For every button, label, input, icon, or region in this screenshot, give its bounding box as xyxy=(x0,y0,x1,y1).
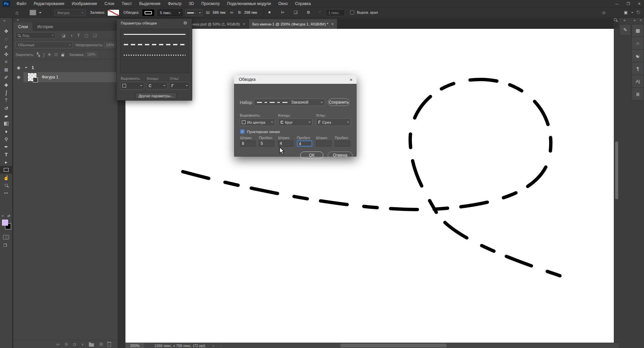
canvas[interactable] xyxy=(125,29,614,343)
status-prev-icon[interactable]: ‹ xyxy=(220,344,221,348)
swap-colors-icon[interactable]: ⇄ xyxy=(7,214,10,218)
dash3-input[interactable] xyxy=(316,140,331,147)
restore-button[interactable]: ❐ xyxy=(627,2,630,6)
adjustment-layer-icon[interactable]: ◑ xyxy=(81,342,84,347)
gap1-input[interactable]: 5 xyxy=(259,140,274,147)
dodge-tool[interactable]: ⚲ xyxy=(0,135,12,143)
tab2-close-icon[interactable]: × xyxy=(243,22,245,26)
preset-dropdown[interactable]: Заказной xyxy=(254,99,325,106)
layer-row-selected[interactable]: ◉ Фигура 1 xyxy=(13,72,118,82)
tab-layers[interactable]: Слои xyxy=(13,22,33,31)
filter-shape-icon[interactable]: ▢ xyxy=(85,33,88,38)
stroke-style-dashed[interactable] xyxy=(120,40,189,50)
new-layer-icon[interactable]: ⊞ xyxy=(99,342,103,347)
menu-file[interactable]: Файл xyxy=(13,1,30,6)
document-tab-active[interactable]: Без имени-1 @ 200% (Фигура 1, RGB/8#) * … xyxy=(249,19,337,29)
ok-button[interactable]: ОК xyxy=(300,152,323,159)
vertical-scrollbar[interactable] xyxy=(614,29,619,343)
marquee-tool[interactable]: ◌ xyxy=(0,35,12,43)
gap3-input[interactable] xyxy=(335,140,350,147)
clone-stamp-tool[interactable]: ⍑ xyxy=(0,97,12,104)
shape-mode-dropdown[interactable]: Фигура xyxy=(54,9,86,16)
dialog-title-bar[interactable]: Обводка × xyxy=(234,75,357,84)
width-value[interactable]: 586 пик xyxy=(213,10,225,14)
cancel-button[interactable]: Отмена xyxy=(328,152,353,159)
panel-button-paths[interactable]: ∩ xyxy=(632,37,644,50)
more-options-button[interactable]: Другие параметры... xyxy=(136,93,176,99)
panel-gear-icon[interactable]: ⚙ xyxy=(183,20,187,25)
dash2-input[interactable]: 4 xyxy=(278,140,293,147)
minimize-button[interactable]: — xyxy=(615,2,619,6)
popup-align-dropdown[interactable] xyxy=(120,82,144,90)
default-colors-icon[interactable]: ▪▫ xyxy=(2,214,4,218)
rectangle-tool[interactable] xyxy=(0,166,12,174)
stroke-width-dropdown[interactable]: 5 пикс. xyxy=(158,9,182,16)
dash1-input[interactable]: 8 xyxy=(240,140,256,147)
align-edges-checkbox[interactable] xyxy=(350,10,354,14)
menu-3d[interactable]: 3D xyxy=(185,1,198,6)
menu-layers[interactable]: Слои xyxy=(101,1,118,6)
filter-image-icon[interactable]: ◪ xyxy=(62,33,65,38)
link-dimensions-icon[interactable]: ∞ xyxy=(230,10,233,15)
opacity-value[interactable]: 100% xyxy=(104,43,116,48)
lock-position-icon[interactable]: ✥ xyxy=(48,52,51,57)
vertical-scrollbar-thumb[interactable] xyxy=(615,141,618,199)
foreground-color-swatch[interactable] xyxy=(2,220,8,226)
filter-text-icon[interactable]: T xyxy=(77,33,80,38)
menu-plugins[interactable]: Подключаемые модули xyxy=(223,1,275,6)
layer-group-row[interactable]: ◉ 1 xyxy=(13,63,118,72)
menu-edit[interactable]: Редактирование xyxy=(30,1,68,6)
menu-window[interactable]: Окно xyxy=(275,1,291,6)
delete-layer-icon[interactable] xyxy=(108,343,111,347)
corners-dropdown[interactable]: Г Срез xyxy=(316,118,351,126)
tab3-close-icon[interactable]: × xyxy=(331,22,334,26)
dock-collapse-icon[interactable]: « xyxy=(17,18,19,22)
horizontal-scrollbar-thumb[interactable] xyxy=(340,344,446,347)
panel-button-character[interactable]: A| xyxy=(632,75,644,88)
menu-image[interactable]: Изображение xyxy=(68,1,101,6)
tab-history[interactable]: История xyxy=(33,22,58,31)
group-expand-chevron-icon[interactable] xyxy=(25,67,28,68)
panel-button-color[interactable]: ☯ xyxy=(632,50,644,62)
eraser-tool[interactable]: ▰ xyxy=(0,112,12,120)
caps-dropdown[interactable]: C Круг xyxy=(278,118,313,126)
height-value[interactable]: 298 пик xyxy=(244,10,257,14)
lasso-tool[interactable]: ℯ xyxy=(0,43,12,50)
align-dropdown[interactable]: Из центра xyxy=(240,118,275,126)
pen-tool[interactable]: ✒ xyxy=(0,143,12,151)
workspace-icon[interactable]: ▣ xyxy=(624,10,628,15)
gradient-tool[interactable] xyxy=(0,120,12,127)
layer-thumbnail[interactable] xyxy=(28,73,37,81)
crop-tool[interactable]: ⌗ xyxy=(0,58,12,66)
menu-help[interactable]: Справка xyxy=(291,1,315,6)
zoom-tool[interactable] xyxy=(0,181,12,189)
save-preset-button[interactable]: Сохранить xyxy=(328,98,350,106)
path-operations-icon[interactable]: ■ xyxy=(268,10,271,14)
account-icon[interactable]: ☺ xyxy=(601,10,606,15)
quick-mask-button[interactable] xyxy=(3,235,9,239)
dashed-line-checkbox[interactable]: ✓ xyxy=(240,129,245,134)
history-brush-tool[interactable]: ↺ xyxy=(0,104,12,112)
panel-button-swatches[interactable]: ▦ xyxy=(632,24,644,37)
healing-brush-tool[interactable]: ✚ xyxy=(0,81,12,89)
blur-tool[interactable]: ♦ xyxy=(0,127,12,135)
stroke-style-solid[interactable] xyxy=(120,29,189,40)
lock-pixels-icon[interactable]: ʃ xyxy=(43,52,44,57)
menu-filter[interactable]: Фильтр xyxy=(164,1,185,6)
right-dock-collapse-left-icon[interactable]: « xyxy=(624,18,626,22)
menu-type[interactable]: Текст xyxy=(118,1,136,6)
object-selection-tool[interactable]: ✣ xyxy=(0,50,12,58)
home-icon[interactable]: ⌂ xyxy=(15,10,18,15)
workspace-chevron-icon[interactable] xyxy=(631,12,633,13)
tool-preset-swatch[interactable] xyxy=(30,10,36,15)
menu-select[interactable]: Выделение xyxy=(136,1,164,6)
zoom-level-field[interactable]: 200% xyxy=(125,343,144,348)
path-arrangement-icon[interactable]: ❏ xyxy=(294,10,298,15)
screen-mode-icon[interactable]: ❐ xyxy=(3,243,7,248)
hand-tool[interactable]: ☝ xyxy=(0,174,12,181)
lock-artboard-icon[interactable]: ⊡ xyxy=(54,52,58,57)
panel-button-properties[interactable]: ≣ xyxy=(632,88,644,101)
group-visibility-eye-icon[interactable]: ◉ xyxy=(17,65,20,70)
move-tool[interactable]: ✥ xyxy=(0,27,12,35)
search-icon[interactable] xyxy=(614,18,617,21)
